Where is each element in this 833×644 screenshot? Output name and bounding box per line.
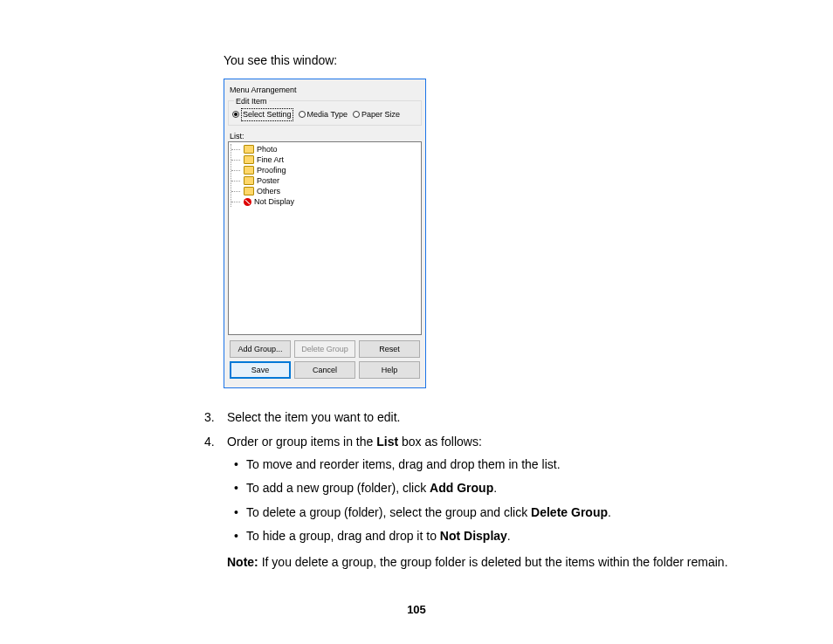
- list-label: List:: [230, 131, 422, 142]
- bullet-hide-group: To hide a group, drag and drop it to Not…: [246, 528, 781, 545]
- add-group-button[interactable]: Add Group...: [230, 340, 291, 358]
- group-caption: Edit Item: [234, 96, 269, 107]
- list-box[interactable]: Photo Fine Art Proofing Poster Others: [228, 141, 422, 335]
- radio-checked-icon: [232, 111, 239, 118]
- list-item[interactable]: Poster: [235, 175, 421, 186]
- list-item[interactable]: Others: [235, 186, 421, 196]
- step-4: 4. Order or group items in the List box …: [227, 434, 781, 584]
- list-item[interactable]: Fine Art: [235, 154, 421, 165]
- edit-item-group: Edit Item Select Setting Media Type Pape…: [228, 100, 422, 126]
- bullet-delete-group: To delete a group (folder), select the g…: [246, 504, 781, 522]
- folder-icon: [244, 166, 254, 175]
- help-button[interactable]: Help: [359, 361, 420, 379]
- reset-button[interactable]: Reset: [359, 340, 420, 358]
- menu-arrangement-dialog: Menu Arrangement Edit Item Select Settin…: [224, 79, 426, 389]
- bullet-add-group: To add a new group (folder), click Add G…: [246, 480, 781, 497]
- folder-icon: [244, 145, 254, 154]
- intro-text: You see this window:: [224, 52, 781, 70]
- cancel-button[interactable]: Cancel: [294, 361, 355, 379]
- page-number: 105: [0, 602, 833, 618]
- list-item[interactable]: Proofing: [235, 165, 421, 175]
- delete-group-button: Delete Group: [294, 340, 355, 358]
- radio-media-type[interactable]: Media Type: [299, 109, 348, 120]
- radio-unchecked-icon: [299, 111, 306, 118]
- folder-icon: [244, 187, 254, 195]
- radio-paper-size[interactable]: Paper Size: [353, 109, 400, 120]
- radio-select-setting[interactable]: Select Setting: [232, 108, 293, 121]
- save-button[interactable]: Save: [230, 361, 291, 379]
- list-item[interactable]: Photo: [235, 144, 421, 154]
- folder-icon: [244, 155, 254, 164]
- bullet-move: To move and reorder items, drag and drop…: [246, 456, 781, 474]
- list-item-not-display[interactable]: Not Display: [235, 196, 421, 207]
- not-display-icon: [244, 198, 251, 206]
- radio-unchecked-icon: [353, 111, 360, 118]
- note-text: Note: If you delete a group, the group f…: [227, 554, 781, 572]
- folder-icon: [244, 176, 254, 185]
- step-3: 3. Select the item you want to edit.: [227, 409, 781, 427]
